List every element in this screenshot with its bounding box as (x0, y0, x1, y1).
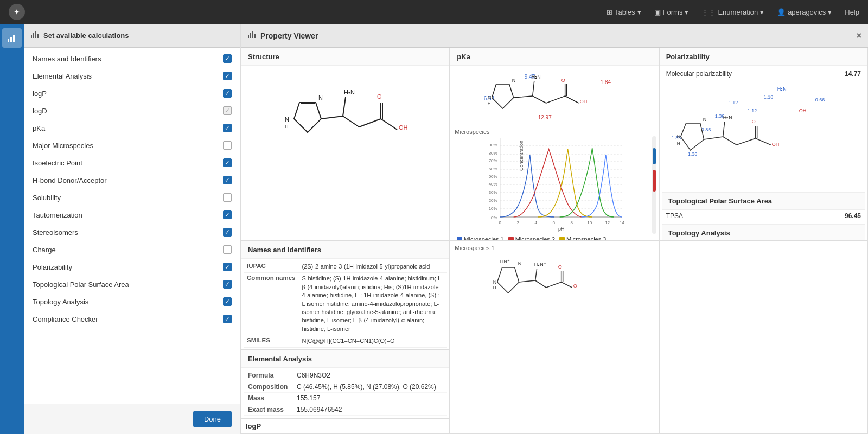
calc-item-polarizability[interactable]: Polarizability✓ (24, 258, 240, 276)
calc-item-pka[interactable]: pKa✓ (24, 119, 240, 137)
calc-item-checkbox[interactable]: ✓ (223, 54, 232, 63)
svg-line-35 (533, 96, 546, 103)
svg-text:12.97: 12.97 (538, 114, 552, 120)
tpsa-section: Topological Polar Surface Area TPSA 96.4… (662, 192, 865, 222)
calc-item-stereoisomers[interactable]: Stereoisomers✓ (24, 224, 240, 241)
svg-text:O: O (561, 78, 565, 83)
nav-enumeration[interactable]: ⋮⋮ Enumeration ▾ (701, 8, 764, 16)
names-key: IUPAC (244, 261, 298, 273)
polarizability-title: Polarizability (660, 48, 867, 66)
svg-text:20%: 20% (489, 198, 497, 203)
pka-chart: 0% 10% 20% 30% 40% 50% 60% 70% 80% 90% 0 (452, 136, 656, 234)
svg-line-34 (514, 96, 533, 98)
calc-item-isoelectric-point[interactable]: Isoelectric Point✓ (24, 154, 240, 171)
calc-item-checkbox[interactable]: ✓ (223, 280, 232, 289)
done-button[interactable]: Done (193, 411, 232, 427)
calc-item-label: Elemental Analysis (33, 72, 92, 80)
elemental-key: Exact mass (244, 404, 292, 416)
property-viewer-title: Property Viewer (260, 31, 318, 40)
calc-item-checkbox[interactable]: ✓ (223, 89, 232, 98)
calc-item-checkbox[interactable]: ✓ (223, 72, 232, 80)
calc-item-label: Tautomerization (33, 211, 82, 219)
names-key: Common names (244, 273, 298, 335)
calc-item-checkbox[interactable]: ✓ (223, 263, 232, 271)
tpsa-label: TPSA (666, 212, 683, 220)
calc-item-checkbox[interactable]: ✓ (223, 124, 232, 132)
elemental-body: FormulaC6H9N3O2CompositionC (46.45%), H … (241, 368, 449, 418)
calc-item-label: Compliance Checker (33, 315, 98, 323)
calc-item-checkbox[interactable]: ✓ (223, 210, 232, 219)
svg-text:8: 8 (571, 220, 573, 225)
pka-title: pKa (450, 48, 658, 66)
calc-item-label: Names and Identifiers (33, 55, 101, 63)
calc-item-topological-polar-surface-area[interactable]: Topological Polar Surface Area✓ (24, 276, 240, 293)
tables-icon: ⊞ (607, 8, 612, 16)
elemental-table: FormulaC6H9N3O2CompositionC (46.45%), H … (244, 370, 447, 416)
tables-dropdown-icon: ▾ (637, 8, 641, 16)
calc-item-checkbox[interactable]: ✓ (223, 228, 232, 237)
sidebar-bar-chart-icon[interactable] (2, 28, 22, 48)
svg-text:H: H (488, 101, 491, 106)
svg-text:H₃N⁺: H₃N⁺ (534, 261, 546, 267)
svg-rect-4 (33, 33, 34, 38)
calc-item-names-and-identifiers[interactable]: Names and Identifiers✓ (24, 50, 240, 67)
calc-item-checkbox[interactable] (223, 193, 232, 202)
calc-item-tautomerization[interactable]: Tautomerization✓ (24, 206, 240, 224)
calc-item-checkbox[interactable]: ✓ (223, 176, 232, 184)
svg-text:H₂N: H₂N (777, 86, 786, 92)
calc-panel-footer: Done (24, 404, 240, 434)
calc-item-topology-analysis[interactable]: Topology Analysis✓ (24, 293, 240, 310)
tables-label: Tables (615, 8, 635, 16)
calc-item-checkbox[interactable]: ✓ (223, 315, 232, 323)
user-dropdown-icon: ▾ (828, 8, 832, 16)
property-viewer-close[interactable]: × (857, 31, 861, 41)
elemental-value: C6H9N3O2 (292, 370, 447, 381)
names-value: S-histidine; (S)-1H-imidazole-4-alanine;… (298, 273, 447, 335)
structure-body: N H N H₂N (241, 66, 449, 240)
calc-item-checkbox[interactable]: ✓ (223, 158, 232, 167)
calc-item-compliance-checker[interactable]: Compliance Checker✓ (24, 310, 240, 328)
svg-text:30%: 30% (489, 190, 497, 195)
calc-item-logp[interactable]: logP✓ (24, 85, 240, 102)
calc-item-checkbox[interactable]: ✓ (223, 106, 232, 115)
nav-forms[interactable]: ▣ Forms ▾ (654, 8, 689, 16)
left-sidebar (0, 24, 24, 434)
calc-item-logd[interactable]: logD✓ (24, 102, 240, 119)
svg-text:H₂N: H₂N (344, 89, 355, 95)
names-title: Names and Identifiers (241, 241, 449, 259)
calc-item-checkbox[interactable]: ✓ (223, 297, 232, 306)
svg-line-16 (321, 116, 343, 119)
calc-item-major-microspecies[interactable]: Major Microspecies (24, 137, 240, 154)
names-value: (2S)-2-amino-3-(1H-imidazol-5-yl)propano… (298, 261, 447, 273)
calc-item-checkbox[interactable] (223, 245, 232, 254)
names-body: IUPAC(2S)-2-amino-3-(1H-imidazol-5-yl)pr… (241, 259, 449, 349)
microspecies-molecules: HN⁺ N H N H₃N⁺ (452, 252, 656, 334)
calc-item-h-bond-donor/acceptor[interactable]: H-bond Donor/Acceptor✓ (24, 171, 240, 189)
polarizability-card: Polarizability Molecular polarizability … (659, 48, 868, 241)
calc-item-checkbox[interactable] (223, 141, 232, 150)
nav-user[interactable]: 👤 aperagovics ▾ (777, 8, 832, 16)
table-row: Common namesS-histidine; (S)-1H-imidazol… (244, 273, 447, 335)
svg-marker-11 (294, 103, 321, 132)
pka-scrollbar[interactable] (652, 136, 656, 234)
svg-text:O: O (751, 119, 755, 124)
calc-item-elemental-analysis[interactable]: Elemental Analysis✓ (24, 67, 240, 85)
svg-line-106 (535, 269, 537, 280)
svg-line-89 (704, 137, 723, 139)
elemental-value: 155.069476542 (292, 404, 447, 416)
calc-item-label: pKa (33, 124, 45, 132)
nav-help[interactable]: Help (845, 8, 859, 16)
nav-tables[interactable]: ⊞ Tables ▾ (607, 8, 641, 16)
svg-line-90 (723, 137, 736, 145)
calc-item-solubility[interactable]: Solubility (24, 189, 240, 206)
svg-text:N: N (518, 261, 522, 266)
calc-item-charge[interactable]: Charge (24, 241, 240, 258)
svg-rect-9 (252, 31, 253, 38)
svg-line-20 (359, 119, 381, 127)
app-logo[interactable]: ✦ (9, 4, 25, 20)
svg-text:10: 10 (588, 220, 592, 225)
calc-item-label: Stereoisomers (33, 228, 78, 237)
svg-text:N: N (493, 279, 497, 285)
elemental-value: 155.157 (292, 393, 447, 404)
calc-list: Names and Identifiers✓Elemental Analysis… (24, 48, 240, 404)
